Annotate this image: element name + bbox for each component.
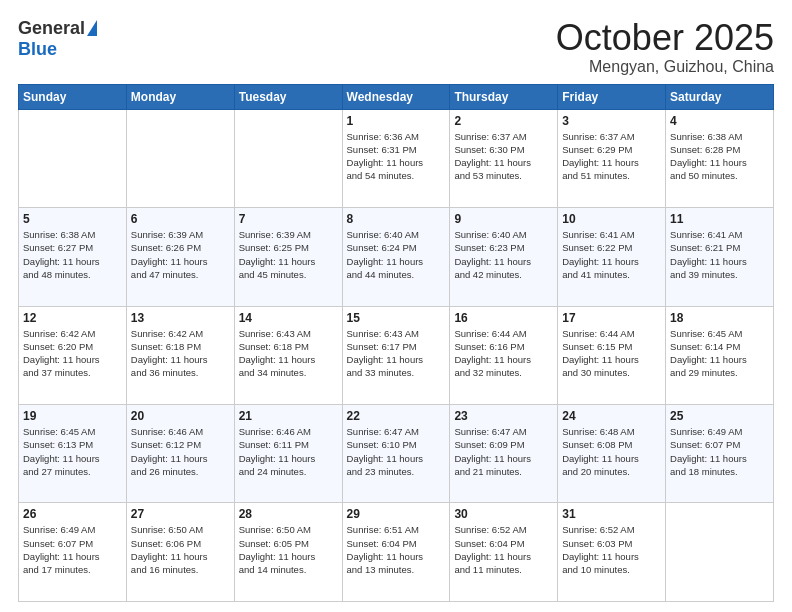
day-number: 10 bbox=[562, 212, 661, 226]
table-row: 7Sunrise: 6:39 AMSunset: 6:25 PMDaylight… bbox=[234, 208, 342, 306]
day-info: Sunrise: 6:42 AMSunset: 6:18 PMDaylight:… bbox=[131, 327, 230, 380]
table-row: 8Sunrise: 6:40 AMSunset: 6:24 PMDaylight… bbox=[342, 208, 450, 306]
day-number: 20 bbox=[131, 409, 230, 423]
calendar-header-row: Sunday Monday Tuesday Wednesday Thursday… bbox=[19, 84, 774, 109]
table-row: 23Sunrise: 6:47 AMSunset: 6:09 PMDayligh… bbox=[450, 405, 558, 503]
table-row: 2Sunrise: 6:37 AMSunset: 6:30 PMDaylight… bbox=[450, 109, 558, 207]
calendar-table: Sunday Monday Tuesday Wednesday Thursday… bbox=[18, 84, 774, 602]
table-row: 18Sunrise: 6:45 AMSunset: 6:14 PMDayligh… bbox=[666, 306, 774, 404]
table-row: 20Sunrise: 6:46 AMSunset: 6:12 PMDayligh… bbox=[126, 405, 234, 503]
day-info: Sunrise: 6:41 AMSunset: 6:21 PMDaylight:… bbox=[670, 228, 769, 281]
logo-general-text: General bbox=[18, 18, 85, 39]
day-info: Sunrise: 6:46 AMSunset: 6:12 PMDaylight:… bbox=[131, 425, 230, 478]
calendar-week-4: 19Sunrise: 6:45 AMSunset: 6:13 PMDayligh… bbox=[19, 405, 774, 503]
day-info: Sunrise: 6:41 AMSunset: 6:22 PMDaylight:… bbox=[562, 228, 661, 281]
month-title: October 2025 bbox=[556, 18, 774, 58]
table-row bbox=[234, 109, 342, 207]
day-number: 7 bbox=[239, 212, 338, 226]
table-row: 22Sunrise: 6:47 AMSunset: 6:10 PMDayligh… bbox=[342, 405, 450, 503]
day-number: 11 bbox=[670, 212, 769, 226]
day-number: 18 bbox=[670, 311, 769, 325]
header-right: October 2025 Mengyan, Guizhou, China bbox=[556, 18, 774, 76]
col-wednesday: Wednesday bbox=[342, 84, 450, 109]
day-number: 13 bbox=[131, 311, 230, 325]
day-info: Sunrise: 6:49 AMSunset: 6:07 PMDaylight:… bbox=[23, 523, 122, 576]
table-row: 6Sunrise: 6:39 AMSunset: 6:26 PMDaylight… bbox=[126, 208, 234, 306]
day-number: 19 bbox=[23, 409, 122, 423]
table-row: 31Sunrise: 6:52 AMSunset: 6:03 PMDayligh… bbox=[558, 503, 666, 602]
table-row: 10Sunrise: 6:41 AMSunset: 6:22 PMDayligh… bbox=[558, 208, 666, 306]
table-row: 1Sunrise: 6:36 AMSunset: 6:31 PMDaylight… bbox=[342, 109, 450, 207]
day-number: 21 bbox=[239, 409, 338, 423]
day-info: Sunrise: 6:44 AMSunset: 6:15 PMDaylight:… bbox=[562, 327, 661, 380]
page: General Blue October 2025 Mengyan, Guizh… bbox=[0, 0, 792, 612]
day-info: Sunrise: 6:45 AMSunset: 6:13 PMDaylight:… bbox=[23, 425, 122, 478]
location: Mengyan, Guizhou, China bbox=[556, 58, 774, 76]
day-number: 22 bbox=[347, 409, 446, 423]
day-number: 1 bbox=[347, 114, 446, 128]
calendar-week-2: 5Sunrise: 6:38 AMSunset: 6:27 PMDaylight… bbox=[19, 208, 774, 306]
table-row: 21Sunrise: 6:46 AMSunset: 6:11 PMDayligh… bbox=[234, 405, 342, 503]
table-row: 27Sunrise: 6:50 AMSunset: 6:06 PMDayligh… bbox=[126, 503, 234, 602]
day-number: 9 bbox=[454, 212, 553, 226]
day-info: Sunrise: 6:43 AMSunset: 6:18 PMDaylight:… bbox=[239, 327, 338, 380]
day-number: 2 bbox=[454, 114, 553, 128]
day-info: Sunrise: 6:43 AMSunset: 6:17 PMDaylight:… bbox=[347, 327, 446, 380]
day-number: 27 bbox=[131, 507, 230, 521]
day-info: Sunrise: 6:45 AMSunset: 6:14 PMDaylight:… bbox=[670, 327, 769, 380]
table-row: 16Sunrise: 6:44 AMSunset: 6:16 PMDayligh… bbox=[450, 306, 558, 404]
day-number: 15 bbox=[347, 311, 446, 325]
table-row: 4Sunrise: 6:38 AMSunset: 6:28 PMDaylight… bbox=[666, 109, 774, 207]
day-info: Sunrise: 6:37 AMSunset: 6:29 PMDaylight:… bbox=[562, 130, 661, 183]
day-number: 6 bbox=[131, 212, 230, 226]
day-info: Sunrise: 6:38 AMSunset: 6:27 PMDaylight:… bbox=[23, 228, 122, 281]
day-number: 23 bbox=[454, 409, 553, 423]
day-info: Sunrise: 6:37 AMSunset: 6:30 PMDaylight:… bbox=[454, 130, 553, 183]
logo: General Blue bbox=[18, 18, 97, 60]
day-info: Sunrise: 6:47 AMSunset: 6:10 PMDaylight:… bbox=[347, 425, 446, 478]
calendar-week-1: 1Sunrise: 6:36 AMSunset: 6:31 PMDaylight… bbox=[19, 109, 774, 207]
day-number: 25 bbox=[670, 409, 769, 423]
calendar-week-5: 26Sunrise: 6:49 AMSunset: 6:07 PMDayligh… bbox=[19, 503, 774, 602]
day-number: 5 bbox=[23, 212, 122, 226]
table-row: 5Sunrise: 6:38 AMSunset: 6:27 PMDaylight… bbox=[19, 208, 127, 306]
table-row: 15Sunrise: 6:43 AMSunset: 6:17 PMDayligh… bbox=[342, 306, 450, 404]
day-info: Sunrise: 6:50 AMSunset: 6:05 PMDaylight:… bbox=[239, 523, 338, 576]
day-info: Sunrise: 6:39 AMSunset: 6:26 PMDaylight:… bbox=[131, 228, 230, 281]
day-number: 3 bbox=[562, 114, 661, 128]
table-row: 29Sunrise: 6:51 AMSunset: 6:04 PMDayligh… bbox=[342, 503, 450, 602]
table-row bbox=[19, 109, 127, 207]
table-row: 14Sunrise: 6:43 AMSunset: 6:18 PMDayligh… bbox=[234, 306, 342, 404]
table-row: 26Sunrise: 6:49 AMSunset: 6:07 PMDayligh… bbox=[19, 503, 127, 602]
day-number: 12 bbox=[23, 311, 122, 325]
day-info: Sunrise: 6:47 AMSunset: 6:09 PMDaylight:… bbox=[454, 425, 553, 478]
day-info: Sunrise: 6:40 AMSunset: 6:24 PMDaylight:… bbox=[347, 228, 446, 281]
table-row: 9Sunrise: 6:40 AMSunset: 6:23 PMDaylight… bbox=[450, 208, 558, 306]
day-info: Sunrise: 6:48 AMSunset: 6:08 PMDaylight:… bbox=[562, 425, 661, 478]
table-row: 11Sunrise: 6:41 AMSunset: 6:21 PMDayligh… bbox=[666, 208, 774, 306]
day-number: 8 bbox=[347, 212, 446, 226]
day-info: Sunrise: 6:51 AMSunset: 6:04 PMDaylight:… bbox=[347, 523, 446, 576]
col-saturday: Saturday bbox=[666, 84, 774, 109]
day-info: Sunrise: 6:52 AMSunset: 6:04 PMDaylight:… bbox=[454, 523, 553, 576]
day-number: 31 bbox=[562, 507, 661, 521]
col-thursday: Thursday bbox=[450, 84, 558, 109]
day-number: 26 bbox=[23, 507, 122, 521]
col-friday: Friday bbox=[558, 84, 666, 109]
day-info: Sunrise: 6:52 AMSunset: 6:03 PMDaylight:… bbox=[562, 523, 661, 576]
day-info: Sunrise: 6:38 AMSunset: 6:28 PMDaylight:… bbox=[670, 130, 769, 183]
table-row bbox=[666, 503, 774, 602]
calendar-week-3: 12Sunrise: 6:42 AMSunset: 6:20 PMDayligh… bbox=[19, 306, 774, 404]
day-info: Sunrise: 6:40 AMSunset: 6:23 PMDaylight:… bbox=[454, 228, 553, 281]
day-number: 30 bbox=[454, 507, 553, 521]
day-info: Sunrise: 6:44 AMSunset: 6:16 PMDaylight:… bbox=[454, 327, 553, 380]
table-row: 3Sunrise: 6:37 AMSunset: 6:29 PMDaylight… bbox=[558, 109, 666, 207]
col-sunday: Sunday bbox=[19, 84, 127, 109]
logo-triangle-icon bbox=[87, 20, 97, 36]
day-info: Sunrise: 6:50 AMSunset: 6:06 PMDaylight:… bbox=[131, 523, 230, 576]
table-row: 28Sunrise: 6:50 AMSunset: 6:05 PMDayligh… bbox=[234, 503, 342, 602]
table-row: 12Sunrise: 6:42 AMSunset: 6:20 PMDayligh… bbox=[19, 306, 127, 404]
header: General Blue October 2025 Mengyan, Guizh… bbox=[18, 18, 774, 76]
day-info: Sunrise: 6:39 AMSunset: 6:25 PMDaylight:… bbox=[239, 228, 338, 281]
day-number: 17 bbox=[562, 311, 661, 325]
